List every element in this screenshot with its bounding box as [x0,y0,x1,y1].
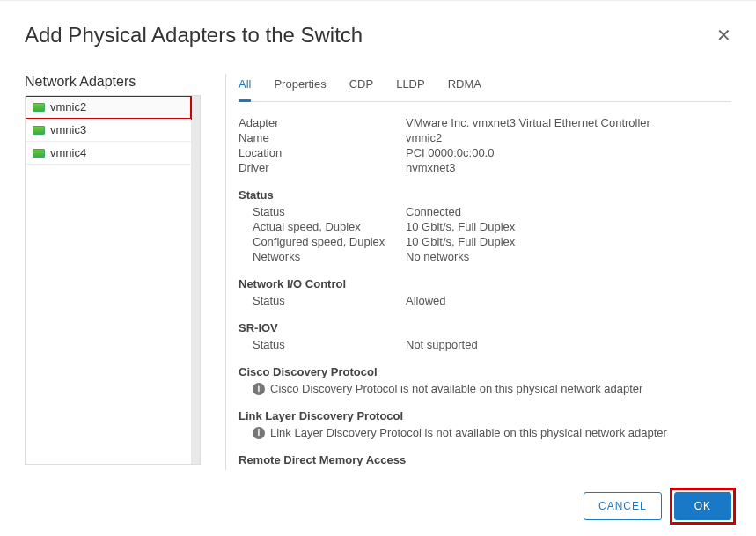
k-nioc-status: Status [239,294,406,307]
dialog-title: Add Physical Adapters to the Switch [25,23,363,48]
v-nioc-status: Allowed [406,294,446,307]
dialog: Add Physical Adapters to the Switch ✕ Ne… [0,0,756,536]
k-sriov-status: Status [239,338,406,351]
cancel-button[interactable]: CANCEL [584,492,662,520]
cdp-info-row: i Cisco Discovery Protocol is not availa… [239,382,716,395]
k-location: Location [239,146,406,159]
lldp-info-row: i Link Layer Discovery Protocol is not a… [239,426,716,439]
v-location: PCI 0000:0c:00.0 [406,146,494,159]
v-name: vmnic2 [406,131,442,144]
k-status: Status [239,205,406,218]
k-nets: Networks [239,250,406,263]
adapter-item-vmnic3[interactable]: vmnic3 [26,119,191,142]
lldp-heading: Link Layer Discovery Protocol [239,409,716,422]
nic-icon [33,149,45,158]
k-actual: Actual speed, Duplex [239,220,406,233]
status-heading: Status [239,188,716,202]
k-driver: Driver [239,161,406,174]
tab-rdma[interactable]: RDMA [448,74,481,101]
tab-cdp[interactable]: CDP [349,74,373,101]
v-sriov-status: Not supported [406,338,478,351]
nic-icon [33,126,45,135]
k-adapter: Adapter [239,116,406,129]
cdp-heading: Cisco Discovery Protocol [239,365,716,378]
tab-bar: All Properties CDP LLDP RDMA [239,74,731,102]
v-status: Connected [406,205,461,218]
v-driver: nvmxnet3 [406,161,455,174]
tab-all[interactable]: All [239,74,251,102]
close-icon[interactable]: ✕ [716,23,731,44]
v-conf: 10 Gbit/s, Full Duplex [406,235,515,248]
adapter-item-vmnic4[interactable]: vmnic4 [26,142,191,165]
network-adapters-heading: Network Adapters [25,74,201,90]
info-icon: i [253,427,265,439]
dialog-footer: CANCEL OK [584,492,731,520]
tab-lldp[interactable]: LLDP [396,74,425,101]
nic-icon [33,103,45,112]
adapter-list[interactable]: vmnic2 vmnic3 vmnic4 [25,95,201,465]
lldp-msg: Link Layer Discovery Protocol is not ava… [270,426,667,439]
v-actual: 10 Gbit/s, Full Duplex [406,220,515,233]
cdp-msg: Cisco Discovery Protocol is not availabl… [270,382,642,395]
info-icon: i [253,383,265,395]
k-name: Name [239,131,406,144]
top-separator [0,0,756,1]
title-row: Add Physical Adapters to the Switch ✕ [25,23,731,48]
adapter-label: vmnic3 [50,123,86,136]
v-adapter: VMware Inc. vmxnet3 Virtual Ethernet Con… [406,116,650,129]
adapter-label: vmnic4 [50,146,86,159]
tab-properties[interactable]: Properties [274,74,326,101]
ok-button[interactable]: OK [674,492,731,520]
k-conf: Configured speed, Duplex [239,235,406,248]
nioc-heading: Network I/O Control [239,277,716,290]
adapter-label: vmnic2 [50,100,86,114]
adapter-item-vmnic2[interactable]: vmnic2 [26,96,191,119]
detail-pane[interactable]: AdapterVMware Inc. vmxnet3 Virtual Ether… [239,114,731,466]
v-nets: No networks [406,250,469,263]
right-column: All Properties CDP LLDP RDMA AdapterVMwa… [225,74,731,470]
ok-highlight: OK [674,492,731,520]
left-column: Network Adapters vmnic2 vmnic3 vmnic4 [25,74,201,470]
rdma-heading: Remote Direct Memory Access [239,453,716,466]
sriov-heading: SR-IOV [239,321,716,334]
dialog-body: Network Adapters vmnic2 vmnic3 vmnic4 Al… [25,74,731,470]
